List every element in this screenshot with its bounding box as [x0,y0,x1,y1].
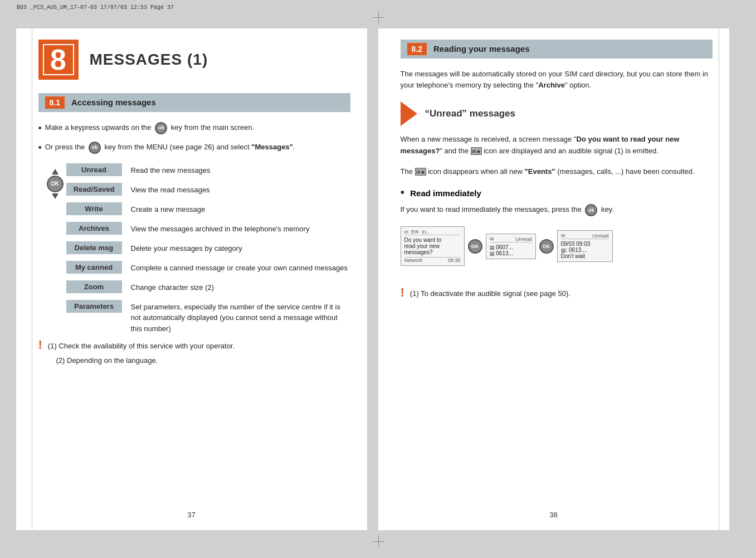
bullet-2: • Or press the ok key from the MENU (see… [38,142,350,156]
screen2-icon: ✉ [490,236,494,242]
ok-badge-1: ok [155,122,167,134]
section-8-1-number: 8.1 [45,96,65,109]
menu-list: Unread Read the new messages Read/Saved … [66,163,350,334]
phone-screens-row: m E✉ In.. Do you want to read your new m… [401,226,713,266]
intro-text: The messages will be automatically store… [401,69,713,92]
bullet-read-imm: • [401,185,405,200]
screen3-body: 09/03 09:03 ▤: 0613.... Don't wait [561,241,609,259]
menu-item-zoom: Zoom Change character size (2) [66,280,350,293]
menu-desc-mycanned: Complete a canned message or create your… [131,261,348,274]
read-immediately-text: If you want to read immediately the mess… [401,204,713,216]
read-immediately-header: • Read immediately [401,186,713,200]
menu-item-deletemsg: Delete msg Delete your messages by categ… [66,241,350,254]
menu-desc-zoom: Change character size (2) [131,280,214,293]
screen2-title: Unread [515,236,532,242]
screen1-time: 08:30 [448,258,461,263]
note-2-text: (2) Depending on the language. [56,355,158,366]
ok-badge-right: ok [585,204,597,216]
bullet-dot-1: • [38,121,42,136]
menu-label-write: Write [66,202,122,215]
screen3-title-bar: ✉ Unread [561,233,609,239]
menu-label-mycanned: My canned [66,261,122,274]
right-note-section: ! (1) To deactivate the audible signal (… [401,288,713,299]
ok-between-1-2[interactable]: OK [468,239,482,254]
bullet-1: • Make a keypress upwards on the ok key … [38,122,350,136]
print-reference: BG3 _PCS_AUS_UM_17-07-03 17/07/03 12:53 … [17,4,174,11]
screen3-line3: Don't wait [561,253,609,259]
arrow-up [52,169,58,174]
crosshair-bottom [373,536,384,547]
screen1-line1: Do you want to [404,237,461,243]
menu-desc-deletemsg: Delete your messages by category [131,241,242,254]
unread-body-text-1: When a new message is received, a screen… [401,134,713,157]
section-8-1-title: Accessing messages [71,98,156,107]
read-immediately-label: Read immediately [410,188,481,198]
right-page: 8.2 Reading your messages The messages w… [378,28,729,530]
right-margin-line [719,28,719,530]
menu-item-mycanned: My canned Complete a canned message or c… [66,261,350,274]
chapter-number: 8 [50,43,66,76]
section-8-2-number: 8.2 [407,43,427,55]
menu-item-write: Write Create a new message [66,202,350,215]
menu-desc-archives: View the messages archived in the teleph… [131,222,310,235]
chapter-header: 8 MESSAGES (1) [38,40,350,80]
menu-section: OK Unread Read the new messages Read/Sav… [38,163,350,334]
bullet-1-text: Make a keypress upwards on the ok key fr… [45,122,255,134]
ok-between-2-3[interactable]: OK [539,239,554,254]
note-exclamation-1: ! [38,339,42,351]
triangle-icon [401,101,417,126]
note-1-text: (1) Check the availability of this servi… [48,341,235,352]
notes-section: ! (1) Check the availability of this ser… [38,341,350,366]
right-note-exclamation: ! [401,287,404,299]
phone-screen-2: ✉ Unread ▤ 0607... ▤ 0613... [486,234,536,259]
left-page: 8 MESSAGES (1) 8.1 Accessing messages • … [16,28,367,530]
page-wrapper: BG3 _PCS_AUS_UM_17-07-03 17/07/03 12:53 … [0,0,756,558]
section-8-2-header: 8.2 Reading your messages [401,40,713,59]
menu-item-parameters: Parameters Set parameters, especially th… [66,300,350,334]
screen3-line2: ▤: 0613.... [561,247,609,253]
messages-bold: "Messages" [251,143,292,151]
screen2-title-bar: ✉ Unread [490,236,532,242]
screen2-item1: ▤ 0607... [490,244,532,250]
message-icon-2: ✉★ [415,168,426,176]
unread-section-header: “Unread” messages [401,101,713,126]
menu-desc-write: Create a new message [131,202,206,215]
screen1-title-bar: m E✉ In.. [404,229,461,235]
bullet-2-text: Or press the ok key from the MENU (see p… [45,142,295,154]
menu-label-readsaved: Read/Saved [66,183,122,196]
phone-screen-3: ✉ Unread 09/03 09:03 ▤: 0613.... Don't w… [557,230,613,262]
screen2-body: ▤ 0607... ▤ 0613... [490,244,532,256]
screen1-icons: m E✉ In.. [404,229,429,235]
screen3-item-icon: ▤ [561,248,566,253]
menu-desc-unread: Read the new messages [131,163,211,176]
screen2-item1-icon: ▤ [490,245,495,250]
menu-item-unread: Unread Read the new messages [66,163,350,176]
right-note-1: ! (1) To deactivate the audible signal (… [401,288,713,299]
events-bold: "Events" [525,167,555,176]
unread-bold-question: Do you want to read your new messages? [401,135,680,155]
menu-label-zoom: Zoom [66,280,122,293]
note-2: (2) Depending on the language. [38,355,350,366]
screen1-line2: read your new [404,243,461,249]
ok-circle: OK [47,176,64,192]
left-page-number: 37 [187,511,195,519]
screen3-title: Unread [592,233,609,239]
section-8-2-title: Reading your messages [433,44,530,54]
ok-side-icon: OK [47,169,64,199]
arrow-down [52,193,58,199]
unread-body-text-2: The ✉★ icon disappears when all new "Eve… [401,166,713,178]
bullet-dot-2: • [38,140,42,156]
screen1-line3: messages? [404,249,461,255]
message-icon: ✉★ [471,147,482,155]
note-1: ! (1) Check the availability of this ser… [38,341,350,352]
menu-desc-readsaved: View the read messages [131,183,210,196]
menu-item-readsaved: Read/Saved View the read messages [66,183,350,196]
read-immediately-section: • Read immediately If you want to read i… [401,186,713,216]
screen1-body: Do you want to read your new messages? [404,237,461,255]
screen3-line1: 09/03 09:03 [561,241,609,247]
chapter-title: MESSAGES (1) [90,51,208,69]
screen2-item2-icon: ▤ [490,251,495,256]
left-margin-line [32,28,32,530]
screen2-item2: ▤ 0613... [490,250,532,256]
menu-label-parameters: Parameters [66,300,122,313]
